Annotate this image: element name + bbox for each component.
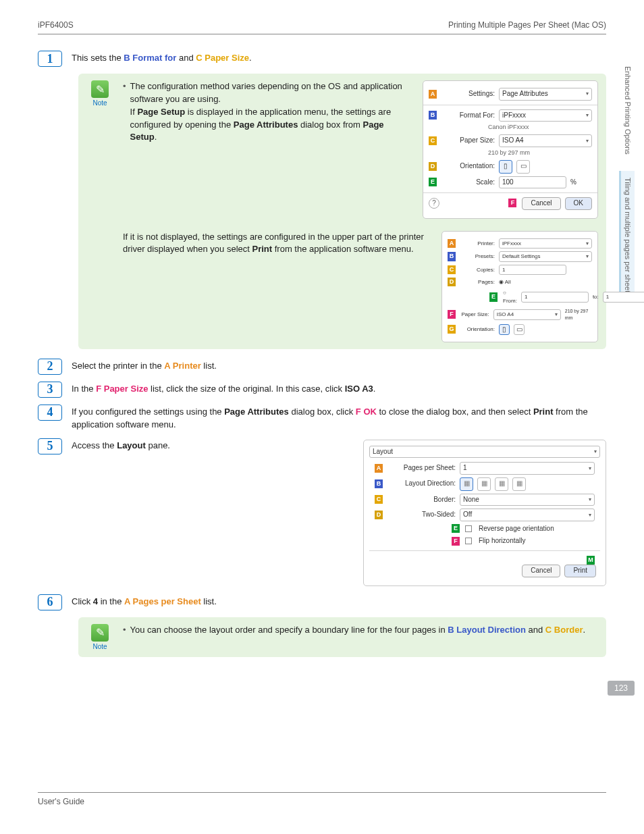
pages-per-sheet-select[interactable]: 1▾ bbox=[460, 462, 595, 475]
side-tab-enhanced[interactable]: Enhanced Printing Options bbox=[619, 59, 635, 161]
step-number-5: 5 bbox=[38, 438, 62, 454]
step-3-text: In the F Paper Size list, click the size… bbox=[72, 382, 606, 396]
header-right: Printing Multiple Pages Per Sheet (Mac O… bbox=[448, 20, 606, 30]
footer-left: User's Guide bbox=[38, 797, 84, 806]
pane-select[interactable]: Layout▾ bbox=[369, 446, 600, 459]
layout-dir-2[interactable]: ▦ bbox=[477, 477, 491, 491]
side-tabs: Enhanced Printing Options Tiling and mul… bbox=[619, 59, 635, 299]
presets-select[interactable]: Default Settings▾ bbox=[499, 251, 592, 262]
scale-input[interactable]: 100 bbox=[499, 176, 566, 189]
step-number-4: 4 bbox=[38, 405, 62, 421]
flip-horizontal-checkbox[interactable] bbox=[465, 538, 472, 544]
step-number-1: 1 bbox=[38, 51, 62, 67]
header-left: iPF6400S bbox=[38, 20, 74, 30]
pencil-note-icon bbox=[91, 624, 109, 642]
header-rule bbox=[38, 34, 606, 34]
orientation-portrait[interactable]: ▯ bbox=[499, 160, 512, 174]
paper-size-select[interactable]: ISO A4▾ bbox=[499, 134, 592, 147]
note-icon-2: Note bbox=[86, 624, 113, 650]
step-number-2: 2 bbox=[38, 359, 62, 375]
step-5-text: Access the Layout pane. Layout▾ APages p… bbox=[72, 438, 606, 586]
settings-select[interactable]: Page Attributes▾ bbox=[499, 88, 592, 101]
layout-print-button[interactable]: Print bbox=[564, 565, 596, 577]
printer-select[interactable]: iPFxxxx▾ bbox=[499, 238, 592, 249]
border-select[interactable]: None▾ bbox=[460, 494, 595, 506]
step-6-text: Click 4 in the A Pages per Sheet list. bbox=[72, 594, 606, 608]
ok-button[interactable]: OK bbox=[565, 197, 592, 210]
step-number-6: 6 bbox=[38, 594, 62, 610]
step-4-text: If you configured the settings using the… bbox=[72, 405, 606, 432]
format-for-select[interactable]: iPFxxxx▾ bbox=[499, 109, 592, 122]
print-upper-dialog: APrinter:iPFxxxx▾ BPresets:Default Setti… bbox=[441, 231, 598, 342]
two-sided-select[interactable]: Off▾ bbox=[460, 509, 595, 521]
paper-size-select-2[interactable]: ISO A4▾ bbox=[493, 309, 561, 320]
orientation-landscape-2[interactable]: ▭ bbox=[514, 324, 525, 335]
step-1-text: This sets the B Format for and C Paper S… bbox=[72, 51, 606, 65]
orientation-landscape[interactable]: ▭ bbox=[516, 160, 530, 174]
layout-pane-dialog: Layout▾ APages per Sheet:1▾ BLayout Dire… bbox=[363, 440, 606, 586]
layout-cancel-button[interactable]: Cancel bbox=[522, 565, 560, 577]
help-icon[interactable]: ? bbox=[429, 198, 439, 209]
page-number: 123 bbox=[608, 681, 635, 696]
page-attributes-dialog: ASettings:Page Attributes▾ BFormat For:i… bbox=[423, 80, 598, 219]
pencil-note-icon bbox=[91, 80, 109, 98]
step-number-3: 3 bbox=[38, 382, 62, 398]
cancel-button[interactable]: Cancel bbox=[522, 197, 560, 210]
side-tab-tiling[interactable]: Tiling and multiple pages per sheet bbox=[619, 171, 635, 299]
reverse-orientation-checkbox[interactable] bbox=[465, 525, 472, 532]
step-2-text: Select the printer in the A Printer list… bbox=[72, 359, 606, 373]
note-block-1: Note • The configuration method varies d… bbox=[78, 74, 606, 349]
layout-dir-4[interactable]: ▦ bbox=[512, 477, 526, 491]
orientation-portrait-2[interactable]: ▯ bbox=[499, 324, 510, 335]
note-icon: Note bbox=[86, 80, 113, 342]
layout-dir-1[interactable]: ▦ bbox=[460, 477, 473, 491]
copies-input[interactable]: 1 bbox=[499, 265, 566, 276]
layout-dir-3[interactable]: ▦ bbox=[495, 477, 508, 491]
note-block-2: Note • You can choose the layout order a… bbox=[78, 617, 606, 657]
